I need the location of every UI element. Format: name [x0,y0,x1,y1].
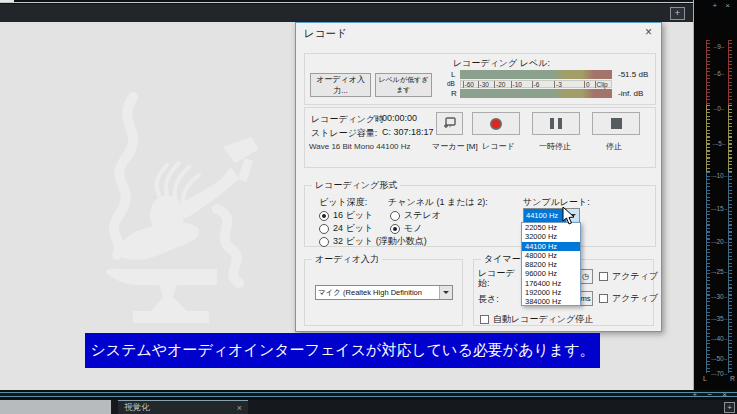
radio-24bit-label: 24 ビット [333,222,373,235]
radio-32bit-label: 32 ビット (浮動小数点) [333,235,427,248]
storage-capacity-value: C: 307:18:17 [382,127,434,137]
level-meter-right-bar [460,89,612,98]
level-too-low-button[interactable]: レベルが低すぎます [375,73,432,97]
sample-rate-value: 44100 Hz [524,209,566,222]
record-button[interactable] [472,112,520,135]
close-icon[interactable]: × [645,25,652,39]
meter-db-scale: –9––6––0––-5––-10––-15––-20––-25––-30––-… [706,40,732,373]
active-label: アクティブ [612,292,658,305]
checkbox-box [599,294,608,303]
recording-time-label: レコーディング時 [311,113,384,126]
tab-close-icon[interactable]: × [237,403,242,413]
channels-label: チャンネル (1 または 2): [388,196,488,209]
meter-R-label: R [730,375,735,382]
checkbox-box [480,315,489,324]
radio-dot [390,211,400,221]
soundforge-watermark-illustration [55,87,285,332]
meter-left-channel-label: L [451,70,455,79]
marker-button-label: マーカー [M] [432,141,478,152]
tab-visualization[interactable]: 視覚化 × [118,400,248,414]
meter-db-label: –-50– [706,355,732,362]
bit-depth-label: ビット深度: [319,196,367,209]
stop-button-label: 停止 [606,141,622,152]
meter-db-label: –-30– [706,293,732,300]
active-label: アクティブ [612,270,658,283]
storage-capacity-label: ストレージ容量: [311,127,377,140]
audio-input-group: オーディオ入力 マイク (Realtek High Definition [304,259,463,326]
app-screen: + [0,0,737,414]
radio-32bit[interactable]: 32 ビット (浮動小数点) [319,235,427,248]
tab-visualization-label: 視覚化 [124,402,150,414]
chevron-down-icon[interactable] [439,286,452,299]
recording-level-box: レコーディング レベル: オーディオ入力... レベルが低すぎます L dB R… [304,53,656,105]
recording-level-label: レコーディング レベル: [453,57,550,70]
sample-rate-option[interactable]: 96000 Hz [522,269,580,278]
auto-stop-checkbox[interactable]: 自動レコーディング停止 [480,313,593,326]
radio-stereo-label: ステレオ [404,209,441,222]
format-summary: Wave 16 Bit Mono 44100 Hz [309,142,411,151]
status-transport-box: レコーディング時 00:00:00 ストレージ容量: C: 307:18:17 … [304,107,656,168]
dock-add-icon[interactable]: + [670,7,685,20]
sample-rate-option[interactable]: 32000 Hz [522,232,580,241]
top-dark-band: + [0,4,693,22]
meter-right-channel-label: R [451,89,457,98]
meter-db-label: –-15– [706,205,732,212]
record-button-label: レコード [482,141,515,152]
timer-length-label: 長さ: [478,293,499,306]
audio-device-combobox[interactable]: マイク (Realtek High Definition [315,285,453,300]
level-meter-left-bar [460,70,612,79]
meter-db-label: dB [447,80,455,87]
pause-icon [550,118,562,129]
sample-rate-option[interactable]: 384000 Hz [522,297,580,306]
sample-rate-option[interactable]: 44100 Hz [522,242,580,251]
radio-dot [390,224,400,234]
marker-button[interactable] [436,112,463,135]
db-scale-tick-label: -30 [478,81,489,88]
meter-db-label: –-10– [706,172,732,179]
radio-16bit[interactable]: 16 ビット [319,209,373,222]
mouse-cursor [562,206,576,226]
meter-db-label: –0– [706,105,732,112]
audio-device-value: マイク (Realtek High Definition [316,286,439,299]
meter-db-label: –-35– [706,315,732,322]
record-icon [490,118,502,130]
left-level-value: -51.5 dB [618,70,648,79]
db-scale-tick-label: -10 [511,81,522,88]
audio-input-title: オーディオ入力 [312,253,382,266]
timer-start-active-checkbox[interactable]: アクティブ [599,270,658,283]
recording-format-group: レコーディング形式 ビット深度: 16 ビット 24 ビット 32 ビット (浮… [304,185,656,247]
meter-panel-pin-close-icons[interactable]: + × [712,1,733,10]
db-scale-tick-label: Clip [595,81,608,88]
radio-stereo[interactable]: ステレオ [390,209,441,222]
dialog-title: レコード [304,27,347,41]
sample-rate-option[interactable]: 192000 Hz [522,288,580,297]
add-tab-icon[interactable]: + [724,402,735,413]
right-level-value: -inf. dB [618,89,643,98]
audio-input-button[interactable]: オーディオ入力... [310,73,371,97]
radio-24bit[interactable]: 24 ビット [319,222,373,235]
db-scale-tick-label: -3 [554,81,562,88]
timer-start-label-line2: 始: [478,277,490,290]
db-scale-tick-label: -20 [494,81,505,88]
sample-rate-option[interactable]: 88200 Hz [522,260,580,269]
radio-mono[interactable]: モノ [390,222,422,235]
timer-title: タイマー [481,253,524,266]
sample-rate-option[interactable]: 48000 Hz [522,251,580,260]
document-tab-bar: 視覚化 × + [0,400,737,414]
subtitle-caption: システムやオーディオインターフェイスが対応している必要があります。 [85,333,600,368]
timer-length-active-checkbox[interactable]: アクティブ [599,292,658,305]
marker-icon [443,117,456,130]
meter-db-label: –6– [706,70,732,77]
sample-rate-option[interactable]: 176400 Hz [522,279,580,288]
dock-splitter[interactable]: + − × [0,390,737,400]
splitter-buttons[interactable]: + − × [693,390,731,400]
stop-button[interactable] [592,112,640,135]
sample-rate-dropdown-list[interactable]: 22050 Hz32000 Hz44100 Hz48000 Hz88200 Hz… [521,222,581,306]
record-dialog: レコード × レコーディング レベル: オーディオ入力... レベルが低すぎます… [295,22,662,332]
auto-stop-label: 自動レコーディング停止 [493,313,593,326]
radio-dot [319,211,329,221]
pause-button[interactable] [532,112,580,135]
meter-db-label: –-40– [706,335,732,342]
tab-bar-spacer [0,400,111,414]
meter-db-label: –9– [706,43,732,50]
